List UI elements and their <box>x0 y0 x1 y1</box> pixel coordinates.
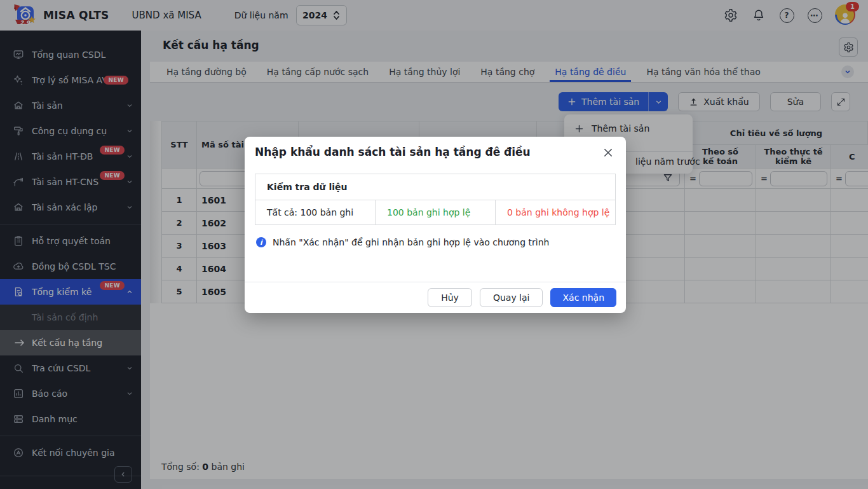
app-root: 2.9 MISA QLTS UBND xã MISA Dữ liệu năm 2… <box>0 0 868 489</box>
modal-footer: Hủy Quay lại Xác nhận <box>245 282 626 313</box>
check-table-row: Tất cả: 100 bản ghi 100 bản ghi hợp lệ 0… <box>255 200 615 224</box>
back-button[interactable]: Quay lại <box>480 288 543 307</box>
import-result-modal: Nhập khẩu danh sách tài sản hạ tầng đê đ… <box>245 137 626 313</box>
info-icon: i <box>256 237 266 247</box>
total-records-cell: Tất cả: 100 bản ghi <box>255 200 375 224</box>
modal-title: Nhập khẩu danh sách tài sản hạ tầng đê đ… <box>255 146 531 158</box>
valid-records-cell: 100 bản ghi hợp lệ <box>375 200 495 224</box>
close-icon[interactable] <box>600 145 616 160</box>
confirmation-note: i Nhấn "Xác nhận" để ghi nhận bản ghi hợ… <box>256 237 549 247</box>
cancel-button[interactable]: Hủy <box>428 288 472 307</box>
invalid-records-cell: 0 bản ghi không hợp lệ <box>495 200 615 224</box>
check-table-header: Kiểm tra dữ liệu <box>255 174 615 200</box>
confirm-button[interactable]: Xác nhận <box>550 288 616 307</box>
data-check-table: Kiểm tra dữ liệu Tất cả: 100 bản ghi 100… <box>255 174 616 225</box>
